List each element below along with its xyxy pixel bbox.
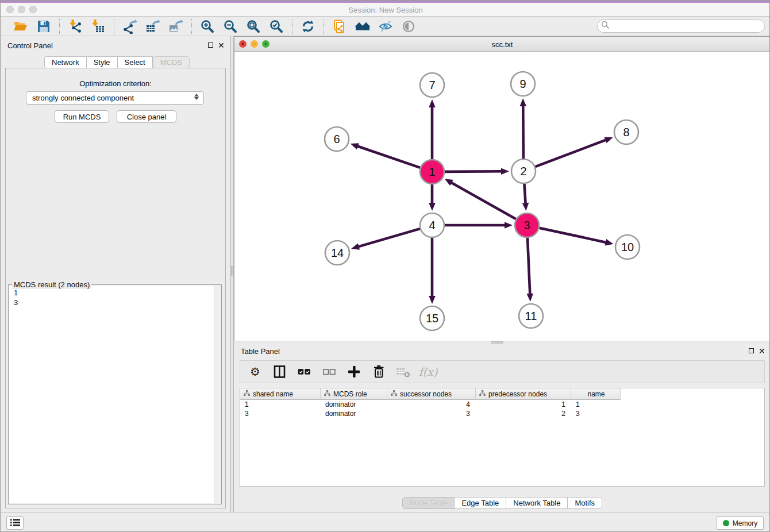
show-all-icon[interactable] <box>401 19 416 34</box>
table-tab-node-table[interactable]: Node Table <box>402 497 455 509</box>
zoom-selected-icon[interactable] <box>269 19 284 34</box>
column-header-shared-name[interactable]: shared name <box>240 388 321 400</box>
zoom-in-icon[interactable] <box>200 19 215 34</box>
hide-selected-icon[interactable] <box>378 19 393 34</box>
mcds-result-label: MCDS result (2 nodes) <box>12 280 91 289</box>
memory-button[interactable]: Memory <box>717 516 764 530</box>
control-panel-close-button[interactable]: ✕ <box>218 42 225 49</box>
export-image-icon[interactable] <box>168 19 183 34</box>
settings-gear-icon[interactable]: ⚙ <box>247 364 263 379</box>
table-tab-motifs[interactable]: Motifs <box>568 497 602 509</box>
control-tab-mcds[interactable]: MCDS <box>153 56 190 68</box>
table-panel-float-button[interactable] <box>749 348 754 353</box>
horizontal-splitter-handle[interactable] <box>491 341 503 344</box>
deselect-all-icon[interactable] <box>321 364 337 379</box>
open-session-icon[interactable] <box>13 19 28 34</box>
graph-node-1[interactable]: 1 <box>420 160 444 184</box>
titlebar: Session: New Session <box>1 3 770 17</box>
graph-edge-2-3[interactable] <box>522 184 529 211</box>
graph-edge-2-9[interactable] <box>519 98 526 159</box>
table-row[interactable]: 1dominator411 <box>240 400 764 409</box>
application-window: Session: New Session Control Panel ✕ Net… <box>0 0 770 532</box>
control-panel-tabs: NetworkStyleSelectMCDS <box>44 56 190 68</box>
tree-icon <box>479 390 486 398</box>
refresh-layout-icon[interactable] <box>301 19 315 34</box>
mcds-result-list[interactable]: 1 3 <box>9 286 221 503</box>
network-canvas[interactable]: 7968124314101511 <box>234 52 770 341</box>
memory-status-icon <box>723 520 729 526</box>
graph-node-8[interactable]: 8 <box>614 120 638 144</box>
import-network-icon[interactable] <box>68 19 83 34</box>
column-header-predecessor-nodes[interactable]: predecessor nodes <box>476 388 571 400</box>
run-mcds-button[interactable]: Run MCDS <box>55 110 109 123</box>
export-table-icon[interactable] <box>145 19 160 34</box>
graph-edge-4-3[interactable] <box>445 222 513 229</box>
graph-node-15[interactable]: 15 <box>420 306 444 330</box>
mcds-result-groupbox: 1 3 MCDS result (2 nodes) <box>8 284 222 504</box>
control-panel-title: Control Panel <box>7 41 53 50</box>
graph-edge-4-15[interactable] <box>429 238 436 304</box>
table-cell: dominator <box>321 400 387 409</box>
table-tab-edge-table[interactable]: Edge Table <box>455 497 506 509</box>
column-header-successor-nodes[interactable]: successor nodes <box>387 388 476 400</box>
graph-edge-1-7[interactable] <box>429 99 436 159</box>
svg-text:8: 8 <box>623 126 629 138</box>
graph-edge-3-1[interactable] <box>445 179 516 219</box>
select-all-icon[interactable] <box>297 364 313 379</box>
graph-node-4[interactable]: 4 <box>420 213 444 237</box>
optimization-criterion-dropdown[interactable]: strongly connected component <box>26 91 204 105</box>
table-row[interactable]: 3dominator323 <box>240 409 764 418</box>
graph-edge-1-4[interactable] <box>429 184 436 211</box>
table-cell: 1 <box>571 400 621 409</box>
svg-text:6: 6 <box>333 133 340 145</box>
zoom-fit-icon[interactable] <box>246 19 261 34</box>
graph-edge-3-11[interactable] <box>526 238 533 302</box>
home-view-icon[interactable] <box>355 19 370 34</box>
export-network-icon[interactable] <box>122 19 137 34</box>
control-panel-float-button[interactable] <box>208 43 213 48</box>
delete-table-icon <box>395 364 411 379</box>
graph-node-3[interactable]: 3 <box>515 213 539 237</box>
column-header-name[interactable]: name <box>571 388 621 400</box>
delete-column-icon[interactable] <box>371 364 387 379</box>
graph-edge-4-14[interactable] <box>351 229 420 250</box>
graph-node-10[interactable]: 10 <box>615 235 640 259</box>
network-window-titlebar[interactable]: × − + scc.txt <box>234 37 770 52</box>
table-cell: 1 <box>240 400 321 409</box>
network-window: × − + scc.txt 7968124314101511 <box>234 36 770 341</box>
graph-node-14[interactable]: 14 <box>325 241 349 265</box>
add-column-icon[interactable] <box>346 364 362 379</box>
zoom-out-icon[interactable] <box>223 19 238 34</box>
control-tab-select[interactable]: Select <box>118 56 153 68</box>
table-panel-close-button[interactable]: ✕ <box>759 348 765 354</box>
table-tab-network-table[interactable]: Network Table <box>506 497 568 509</box>
vertical-splitter-handle[interactable] <box>231 266 233 276</box>
import-table-icon[interactable] <box>91 19 106 34</box>
control-tab-style[interactable]: Style <box>87 56 118 68</box>
control-tab-network[interactable]: Network <box>44 56 87 68</box>
search-box <box>597 20 765 33</box>
graph-node-9[interactable]: 9 <box>511 72 535 96</box>
column-layout-icon[interactable] <box>272 364 288 379</box>
tree-icon <box>324 390 330 398</box>
copy-network-icon[interactable] <box>332 19 347 34</box>
search-input[interactable] <box>610 22 753 30</box>
close-panel-button[interactable]: Close panel <box>117 110 176 123</box>
list-icon <box>10 519 20 528</box>
graph-node-2[interactable]: 2 <box>511 159 536 183</box>
svg-text:14: 14 <box>331 246 344 259</box>
mcds-result-scrollbar[interactable] <box>214 286 221 503</box>
svg-text:15: 15 <box>426 312 438 325</box>
graph-edge-2-8[interactable] <box>536 137 613 167</box>
task-history-button[interactable] <box>6 516 24 530</box>
graph-node-11[interactable]: 11 <box>519 304 543 328</box>
column-header-mcds-role[interactable]: MCDS role <box>321 388 387 400</box>
graph-edge-1-2[interactable] <box>445 168 509 175</box>
graph-edge-3-10[interactable] <box>539 228 613 246</box>
memory-label: Memory <box>733 519 757 527</box>
graph-node-6[interactable]: 6 <box>325 127 349 151</box>
svg-text:10: 10 <box>621 241 634 253</box>
graph-node-7[interactable]: 7 <box>420 73 444 97</box>
save-session-icon[interactable] <box>36 19 51 34</box>
graph-edge-1-6[interactable] <box>351 143 421 168</box>
